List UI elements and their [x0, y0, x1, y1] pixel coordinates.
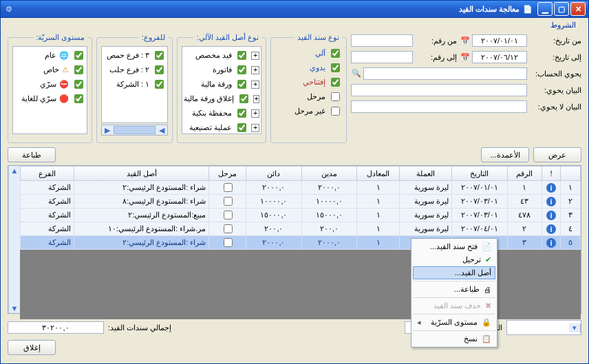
column-header[interactable]: مرحل — [209, 167, 246, 181]
info-icon: i — [546, 197, 556, 206]
column-header[interactable]: أصل القيد — [74, 167, 209, 181]
plus-icon[interactable]: + — [251, 81, 259, 89]
checkbox[interactable] — [331, 107, 340, 116]
window-close-button[interactable]: ✕ — [570, 2, 586, 16]
account-contains-input[interactable] — [363, 67, 527, 80]
branches-list[interactable]: ٣ : فرع حمص٢ : فرع حلب١ : الشركة — [101, 46, 168, 123]
column-header[interactable]: العملة — [399, 167, 451, 181]
checkbox[interactable] — [331, 63, 340, 72]
posted-checkbox[interactable] — [224, 224, 233, 233]
auto-origin-list[interactable]: +قيد مخصص+فاتورة+ورقة مالية+إغلاق ورقة م… — [182, 46, 261, 134]
to-date-input[interactable] — [472, 51, 527, 63]
chevron-down-icon[interactable]: ▾ — [569, 323, 581, 332]
desc-not-contains-input[interactable] — [351, 100, 527, 113]
grid-vertical-scrollbar[interactable]: ▲▼ — [8, 166, 20, 313]
close-button[interactable]: إغلاق — [8, 340, 56, 355]
ctx-print[interactable]: 🖨طباعة... — [413, 283, 495, 296]
checkbox[interactable] — [74, 94, 83, 103]
column-header[interactable]: المعادل — [357, 167, 400, 181]
auto-origin-item[interactable]: +إغلاق ورقة مالية — [184, 92, 259, 106]
checkbox[interactable] — [237, 65, 246, 74]
posted-checkbox[interactable] — [224, 183, 233, 192]
plus-icon[interactable]: + — [251, 124, 259, 132]
checkbox[interactable] — [237, 51, 246, 60]
from-num-input[interactable] — [351, 34, 413, 47]
plus-icon[interactable]: + — [251, 109, 259, 118]
checkbox[interactable] — [155, 80, 164, 89]
column-header[interactable]: دائن — [246, 167, 302, 181]
checkbox[interactable] — [331, 78, 340, 87]
to-num-input[interactable] — [351, 51, 413, 63]
branches-scrollbar[interactable]: ◀▶ — [101, 125, 168, 136]
currency-combo-input[interactable] — [507, 321, 569, 334]
branch-item[interactable]: ٢ : فرع حلب — [103, 63, 166, 77]
column-header[interactable]: الفرع — [21, 167, 74, 181]
table-row[interactable]: ٣i٤٧٨٢٠٠٧/٠٣/٠١ليرة سورية١١٥٠٠٠,٠١٥٠٠٠,٠… — [21, 208, 581, 222]
table-row[interactable]: ٢i٤٣٢٠٠٧/٠٣/٠١ليرة سورية١١٠٠٠٠,٠١٠٠٠٠,٠ش… — [21, 195, 581, 208]
column-header[interactable] — [560, 167, 580, 181]
checkbox[interactable] — [155, 65, 164, 74]
security-item[interactable]: ⚠خاص — [14, 63, 85, 77]
entry-type-item[interactable]: يدوي — [275, 61, 342, 75]
entry-type-item[interactable]: غير مرحل — [275, 104, 342, 118]
table-row[interactable]: ١i١٢٠٠٧/٠١/٠١ليرة سورية١٢٠٠٠,٠٢٠٠٠,٠شراء… — [21, 181, 581, 195]
checkbox[interactable] — [239, 94, 248, 103]
calendar-icon[interactable]: 📅 — [460, 52, 471, 63]
branch-item[interactable]: ١ : الشركة — [103, 77, 166, 92]
window-maximize-button[interactable]: ▢ — [554, 2, 569, 16]
search-icon[interactable]: 🔍 — [351, 67, 362, 78]
window-buttons: ✕ ▢ ▁ — [537, 2, 586, 16]
auto-origin-item[interactable]: +فاتورة — [184, 63, 259, 77]
security-item[interactable]: 🛑سرّي للغاية — [14, 92, 85, 106]
column-header[interactable]: التاريخ — [452, 167, 508, 181]
calendar-icon[interactable]: 📅 — [460, 35, 471, 46]
security-item[interactable]: ⛔سرّي — [14, 77, 85, 92]
show-button[interactable]: عرض — [533, 147, 581, 162]
printer-icon: 🖨 — [484, 286, 491, 294]
checkbox[interactable] — [331, 49, 340, 58]
checkbox[interactable] — [237, 80, 246, 89]
window-minimize-button[interactable]: ▁ — [537, 2, 553, 16]
table-row[interactable]: ٤i٢٢٠٠٧/٠٤/٠١ليرة سورية١٢٠٠,٠٢٠٠,٠مر.شرا… — [21, 222, 581, 236]
print-button[interactable]: طباعة — [8, 147, 56, 162]
checkbox[interactable] — [237, 109, 246, 118]
plus-icon[interactable]: + — [253, 95, 259, 103]
plus-icon[interactable]: + — [251, 52, 259, 60]
branch-item[interactable]: ٣ : فرع حمص — [103, 48, 166, 63]
from-date-input[interactable] — [472, 34, 527, 47]
security-item[interactable]: 🌐عام — [14, 48, 85, 63]
gear-icon[interactable]: ⚙ — [3, 3, 14, 14]
checkbox[interactable] — [74, 51, 83, 60]
document-icon: 📄 — [482, 242, 491, 251]
ctx-post[interactable]: ✔ترحيل — [413, 253, 495, 266]
ctx-open-entry[interactable]: 📄فتح سند القيد... — [413, 240, 495, 253]
ctx-copy[interactable]: 📋نسخ — [413, 332, 495, 345]
desc-contains-input[interactable] — [351, 84, 527, 96]
posted-checkbox[interactable] — [224, 238, 233, 247]
checkbox[interactable] — [237, 123, 246, 132]
column-header[interactable]: مدين — [301, 167, 357, 181]
plus-icon[interactable]: + — [251, 66, 259, 74]
checkbox[interactable] — [155, 51, 164, 60]
column-header[interactable]: ! — [542, 167, 561, 181]
total-value — [8, 321, 104, 334]
entry-type-item[interactable]: مرحل — [275, 89, 342, 104]
ctx-security[interactable]: 🔒مستوى السرّية◂ — [413, 316, 495, 329]
auto-origin-item[interactable]: +عملية تصنيعية — [184, 120, 259, 134]
posted-checkbox[interactable] — [224, 211, 233, 220]
security-list[interactable]: 🌐عام⚠خاص⛔سرّي🛑سرّي للغاية — [12, 46, 87, 134]
currency-combo[interactable]: ▾ — [506, 320, 581, 335]
ctx-origin[interactable]: أصل القيد... — [413, 266, 495, 279]
columns-button[interactable]: الأعمدة... — [481, 147, 529, 162]
posted-checkbox[interactable] — [224, 197, 233, 206]
checkbox[interactable] — [331, 92, 340, 101]
auto-origin-item[interactable]: +قيد مخصص — [184, 48, 259, 63]
checkbox[interactable] — [74, 80, 83, 89]
entry-type-item[interactable]: آلي — [275, 46, 342, 61]
entry-type-item[interactable]: إفتتاحي — [275, 75, 342, 89]
column-header[interactable]: الرقم — [507, 167, 542, 181]
auto-origin-item[interactable]: +محفظة بنكية — [184, 106, 259, 120]
auto-origin-item[interactable]: +ورقة مالية — [184, 77, 259, 92]
copy-icon: 📋 — [482, 334, 491, 343]
checkbox[interactable] — [74, 65, 83, 74]
